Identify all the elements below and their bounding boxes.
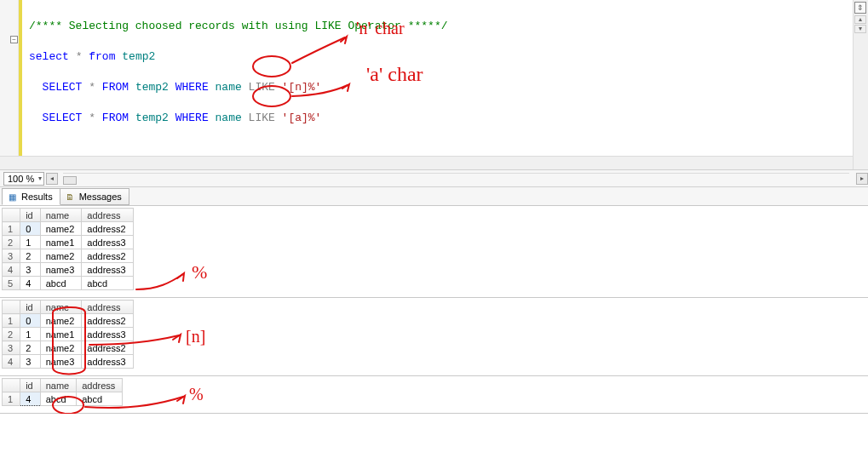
code-area[interactable]: /**** Selecting choosed records with usi…: [29, 3, 447, 141]
cell[interactable]: abcd: [77, 392, 123, 406]
annot-bracket-n: [n]: [186, 327, 205, 346]
cell[interactable]: 4: [20, 277, 41, 290]
table-row[interactable]: 54abcdabcd: [3, 277, 134, 290]
annot-percent: %: [192, 261, 207, 283]
table-row[interactable]: 32name2address2: [3, 249, 134, 263]
kw-like: LIKE: [249, 112, 275, 124]
cell[interactable]: 3: [20, 263, 41, 277]
split-sync-icon[interactable]: ⇕: [854, 2, 866, 14]
results-table[interactable]: idnameaddress10name2address221name1addre…: [2, 208, 134, 290]
cell[interactable]: name3: [40, 263, 82, 277]
results-table[interactable]: idnameaddress14abcdabcd: [2, 378, 123, 406]
cell[interactable]: name2: [40, 341, 82, 355]
cell[interactable]: 0: [20, 314, 41, 328]
cell[interactable]: 1: [20, 328, 41, 341]
annot-percent-2: %: [189, 385, 204, 403]
cell[interactable]: address2: [82, 249, 133, 263]
cell[interactable]: address2: [82, 341, 133, 355]
column-header[interactable]: name: [40, 300, 82, 314]
chevron-down-icon: ▾: [38, 175, 42, 182]
row-number: 1: [3, 222, 20, 236]
grid-icon: ▦: [6, 191, 18, 203]
results-area: idnameaddress10name2address221name1addre…: [0, 206, 868, 414]
row-number: 3: [3, 249, 20, 263]
table-row[interactable]: 43name3address3: [3, 355, 134, 369]
sql-comment: /**** Selecting choosed records with usi…: [29, 20, 447, 32]
kw-like: LIKE: [249, 81, 275, 94]
cell[interactable]: name3: [40, 355, 82, 369]
row-number: 5: [3, 277, 20, 290]
cell[interactable]: abcd: [40, 392, 77, 406]
cell[interactable]: name2: [40, 314, 82, 328]
row-number: 1: [3, 314, 20, 328]
star: *: [89, 112, 95, 124]
cell[interactable]: address3: [82, 236, 133, 249]
cell[interactable]: name1: [40, 328, 82, 341]
column-header[interactable]: address: [82, 300, 133, 314]
table-row[interactable]: 14abcdabcd: [3, 392, 123, 406]
scroll-down-icon[interactable]: ▾: [854, 25, 866, 33]
corner-cell: [3, 300, 20, 314]
row-number: 2: [3, 328, 20, 341]
str-literal: '[a]%': [282, 112, 322, 124]
results-tabbar: ▦ Results 🗎 Messages: [0, 187, 868, 206]
star: *: [89, 81, 95, 94]
cell[interactable]: address3: [82, 328, 133, 341]
cell[interactable]: abcd: [40, 277, 82, 290]
table-row[interactable]: 32name2address2: [3, 341, 134, 355]
sql-editor-pane[interactable]: − /**** Selecting choosed records with u…: [0, 0, 868, 170]
column-header[interactable]: name: [40, 379, 77, 392]
column-header[interactable]: id: [20, 300, 41, 314]
cell[interactable]: 1: [20, 236, 41, 249]
column-header[interactable]: id: [20, 379, 41, 392]
col-name: name: [216, 81, 242, 94]
kw-select: SELECT: [43, 112, 83, 124]
scroll-left-button[interactable]: ◂: [46, 173, 58, 185]
scroll-right-button[interactable]: ▸: [856, 173, 868, 185]
cell[interactable]: 3: [20, 355, 41, 369]
change-marker: [19, 0, 22, 159]
editor-h-scrollbar[interactable]: [0, 156, 853, 169]
cell[interactable]: address2: [82, 314, 133, 328]
cell[interactable]: 2: [20, 249, 41, 263]
column-header[interactable]: address: [82, 209, 133, 222]
cell[interactable]: address3: [82, 355, 133, 369]
col-name: name: [216, 112, 242, 124]
cell[interactable]: abcd: [82, 277, 133, 290]
tbl-name: temp2: [135, 112, 169, 124]
column-header[interactable]: id: [20, 209, 41, 222]
cell[interactable]: 4: [20, 392, 41, 406]
kw-from: FROM: [102, 81, 129, 94]
column-header[interactable]: name: [40, 209, 82, 222]
cell[interactable]: name2: [40, 222, 82, 236]
result-grid-2: idnameaddress10name2address221name1addre…: [0, 298, 868, 376]
tab-messages[interactable]: 🗎 Messages: [60, 188, 129, 205]
star: *: [76, 50, 83, 63]
zoom-value: 100 %: [8, 174, 34, 184]
zoom-dropdown[interactable]: 100 % ▾: [3, 172, 44, 186]
cell[interactable]: address2: [82, 222, 133, 236]
table-row[interactable]: 10name2address2: [3, 222, 134, 236]
scroll-up-icon[interactable]: ▴: [854, 15, 866, 24]
cell[interactable]: 0: [20, 222, 41, 236]
cell[interactable]: 2: [20, 341, 41, 355]
table-row[interactable]: 21name1address3: [3, 236, 134, 249]
table-row[interactable]: 10name2address2: [3, 314, 134, 328]
editor-v-scrollbar[interactable]: ⇕ ▴ ▾: [853, 0, 868, 169]
column-header[interactable]: address: [77, 379, 123, 392]
cell[interactable]: name1: [40, 236, 82, 249]
zoom-bar: 100 % ▾ ◂ ▸: [0, 170, 868, 187]
results-table[interactable]: idnameaddress10name2address221name1addre…: [2, 300, 134, 369]
h-scroll-track[interactable]: [63, 173, 849, 185]
collapse-toggle[interactable]: −: [10, 36, 18, 43]
row-number: 1: [3, 392, 20, 406]
table-row[interactable]: 21name1address3: [3, 328, 134, 341]
cell[interactable]: address3: [82, 263, 133, 277]
tab-results[interactable]: ▦ Results: [2, 188, 60, 205]
result-grid-3: idnameaddress14abcdabcd %: [0, 376, 868, 414]
corner-cell: [3, 209, 20, 222]
row-number: 3: [3, 341, 20, 355]
cell[interactable]: name2: [40, 249, 82, 263]
tab-label: Results: [21, 192, 53, 202]
table-row[interactable]: 43name3address3: [3, 263, 134, 277]
